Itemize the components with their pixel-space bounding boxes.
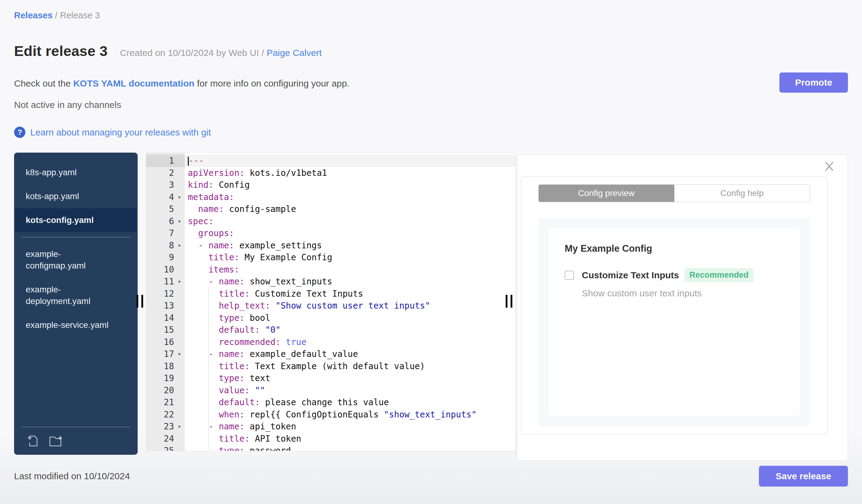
code-line[interactable]: 9 title: My Example Config xyxy=(146,251,515,264)
gutter-cell: 24 xyxy=(146,433,185,445)
doc-hint-line: Check out the KOTS YAML documentation fo… xyxy=(14,78,848,89)
code-line[interactable]: 14 type: bool xyxy=(146,312,515,324)
code-line[interactable]: 3kind: Config xyxy=(146,179,515,191)
gutter-cell: 20 xyxy=(146,384,185,397)
code-line[interactable]: 4▾metadata: xyxy=(146,191,515,203)
kots-yaml-doc-link[interactable]: KOTS YAML documentation xyxy=(73,78,194,88)
sidebar-file-example-configmap.yaml[interactable]: example-configmap.yaml xyxy=(14,242,138,278)
created-line: Created on 10/10/2024 by Web UI / Paige … xyxy=(120,48,322,58)
code-line[interactable]: 21 default: please change this value xyxy=(146,396,515,409)
code-line[interactable]: 6▾spec: xyxy=(146,215,515,227)
file-list: k8s-app.yamlkots-app.yamlkots-config.yam… xyxy=(14,161,138,337)
add-folder-icon[interactable] xyxy=(48,433,64,449)
gutter-cell: 14 xyxy=(146,312,185,324)
file-tree-sidebar: k8s-app.yamlkots-app.yamlkots-config.yam… xyxy=(14,152,138,455)
breadcrumb-current: Release 3 xyxy=(60,10,100,20)
config-item-row: Customize Text Inputs Recommended xyxy=(565,268,784,282)
fold-arrow-icon[interactable]: ▾ xyxy=(174,239,185,252)
sidebar-spacer xyxy=(14,337,138,427)
gutter-cell: 21 xyxy=(146,396,185,409)
close-icon[interactable] xyxy=(824,161,835,172)
code-line[interactable]: 11▾ - name: show_text_inputs xyxy=(146,276,515,288)
gutter-cell: 8▾ xyxy=(146,239,185,252)
code-line[interactable]: 8▾ - name: example_settings xyxy=(146,239,515,252)
fold-arrow-icon[interactable]: ▾ xyxy=(174,421,185,433)
release-editor-page: Releases / Release 3 Edit release 3 Crea… xyxy=(0,0,862,504)
breadcrumb-releases-link[interactable]: Releases xyxy=(14,10,53,20)
author-link[interactable]: Paige Calvert xyxy=(267,48,322,58)
tab-config-help[interactable]: Config help xyxy=(674,185,810,202)
config-tabs: Config preview Config help xyxy=(538,184,810,202)
recommended-badge: Recommended xyxy=(684,268,754,282)
code-line[interactable]: 5 name: config-sample xyxy=(146,203,515,215)
sidebar-file-k8s-app.yaml[interactable]: k8s-app.yaml xyxy=(14,161,138,184)
code-line[interactable]: 20 value: "" xyxy=(146,384,515,397)
yaml-code-editor[interactable]: 1---2apiVersion: kots.io/v1beta13kind: C… xyxy=(146,152,516,455)
code-line[interactable]: 1--- xyxy=(146,155,515,167)
main-content-row: k8s-app.yamlkots-app.yamlkots-config.yam… xyxy=(14,152,848,455)
tab-config-preview[interactable]: Config preview xyxy=(539,185,674,202)
last-modified-text: Last modified on 10/10/2024 xyxy=(14,471,130,481)
git-releases-link[interactable]: ? Learn about managing your releases wit… xyxy=(14,127,211,138)
fold-arrow-icon[interactable]: ▾ xyxy=(174,348,185,360)
sidebar-actions xyxy=(22,427,130,449)
code-line[interactable]: 12 title: Customize Text Inputs xyxy=(146,288,515,300)
footer-bar: Last modified on 10/10/2024 Save release xyxy=(14,466,848,487)
gutter-cell: 2 xyxy=(146,167,185,179)
code-line[interactable]: 17▾ - name: example_default_value xyxy=(146,348,515,360)
gutter-cell: 13 xyxy=(146,300,185,312)
config-render-area: My Example Config Customize Text Inputs … xyxy=(538,218,810,426)
gutter-cell: 6▾ xyxy=(146,215,185,227)
sidebar-file-example-service.yaml[interactable]: example-service.yaml xyxy=(14,313,138,337)
code-line[interactable]: 19 type: text xyxy=(146,372,515,384)
code-line[interactable]: 23▾ - name: api_token xyxy=(146,421,515,433)
doc-text-before: Check out the xyxy=(14,78,73,88)
gutter-cell: 1 xyxy=(146,155,185,167)
created-text: Created on 10/10/2024 by Web UI / xyxy=(120,48,267,58)
add-file-icon[interactable] xyxy=(25,433,41,449)
code-lines: 1---2apiVersion: kots.io/v1beta13kind: C… xyxy=(146,153,515,455)
gutter-cell: 11▾ xyxy=(146,276,185,288)
code-line[interactable]: 15 default: "0" xyxy=(146,324,515,336)
gutter-cell: 17▾ xyxy=(146,348,185,360)
code-line[interactable]: 22 when: repl{{ ConfigOptionEquals "show… xyxy=(146,409,515,421)
code-line[interactable]: 13 help_text: "Show custom user text inp… xyxy=(146,300,515,312)
title-row: Edit release 3 Created on 10/10/2024 by … xyxy=(14,42,848,59)
sidebar-file-example-deployment.yaml[interactable]: example-deployment.yaml xyxy=(14,278,138,313)
fold-arrow-icon[interactable]: ▾ xyxy=(174,191,185,203)
config-preview-panel: Config preview Config help My Example Co… xyxy=(517,155,848,461)
editor-resize-handle[interactable] xyxy=(506,295,514,308)
editor-horizontal-scrollbar[interactable] xyxy=(146,451,515,455)
doc-text-after: for more info on configuring your app. xyxy=(195,78,350,88)
sidebar-file-kots-app.yaml[interactable]: kots-app.yaml xyxy=(14,184,138,208)
config-item-help-text: Show custom user text inputs xyxy=(582,288,784,299)
customize-text-inputs-checkbox[interactable] xyxy=(565,271,574,280)
gutter-cell: 10 xyxy=(146,264,185,276)
breadcrumb-separator: / xyxy=(55,10,60,20)
code-line[interactable]: 2apiVersion: kots.io/v1beta1 xyxy=(146,167,515,179)
channel-status: Not active in any channels xyxy=(14,100,848,110)
fold-arrow-icon[interactable]: ▾ xyxy=(174,276,185,288)
code-line[interactable]: 24 title: API token xyxy=(146,433,515,445)
gutter-cell: 7 xyxy=(146,227,185,239)
gutter-cell: 16 xyxy=(146,336,185,348)
gutter-cell: 22 xyxy=(146,409,185,421)
help-question-icon: ? xyxy=(14,127,25,138)
code-line[interactable]: 16 recommended: true xyxy=(146,336,515,348)
config-group-title: My Example Config xyxy=(565,243,784,254)
promote-button[interactable]: Promote xyxy=(780,72,848,93)
sidebar-file-kots-config.yaml[interactable]: kots-config.yaml xyxy=(15,208,136,232)
gutter-cell: 15 xyxy=(146,324,185,336)
config-group-panel: My Example Config Customize Text Inputs … xyxy=(549,228,800,416)
fold-arrow-icon[interactable]: ▾ xyxy=(174,215,185,227)
page-title: Edit release 3 xyxy=(14,42,108,59)
gutter-cell: 23▾ xyxy=(146,421,185,433)
indent-guide xyxy=(208,288,209,450)
code-line[interactable]: 10 items: xyxy=(146,264,515,276)
code-line[interactable]: 18 title: Text Example (with default val… xyxy=(146,360,515,372)
save-release-button[interactable]: Save release xyxy=(759,466,848,487)
gutter-cell: 9 xyxy=(146,251,185,264)
sidebar-resize-handle[interactable] xyxy=(136,295,145,308)
code-line[interactable]: 7 groups: xyxy=(146,227,515,239)
git-link-label: Learn about managing your releases with … xyxy=(30,127,211,137)
